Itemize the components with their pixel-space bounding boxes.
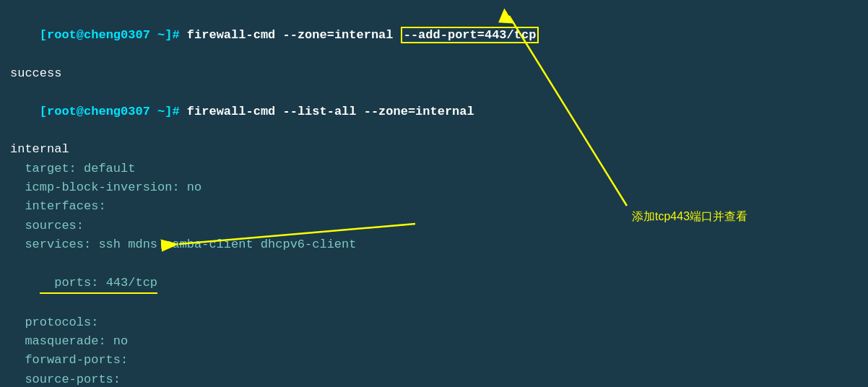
zone-name-line: internal: [10, 140, 858, 159]
command-line-1: [root@cheng0307 ~]# firewall-cmd --zone=…: [10, 7, 858, 64]
prompt-1: [root@cheng0307 ~]#: [40, 28, 187, 42]
output-services: services: ssh mdns samba-client dhcpv6-c…: [10, 235, 858, 254]
success-line: success: [10, 64, 858, 83]
command-line-2: [root@cheng0307 ~]# firewall-cmd --list-…: [10, 83, 858, 140]
prompt-2: [root@cheng0307 ~]#: [40, 105, 187, 118]
output-ports: ports: 443/tcp: [10, 254, 858, 313]
output-forward-ports: forward-ports:: [10, 351, 858, 370]
output-protocols: protocols:: [10, 313, 858, 332]
cmd-2: firewall-cmd --list-all --zone=internal: [187, 105, 474, 118]
output-target: target: default: [10, 160, 858, 178]
cmd-highlight-1: --add-port=443/tcp: [401, 27, 539, 43]
output-source-ports: source-ports:: [10, 370, 858, 387]
output-masquerade: masquerade: no: [10, 332, 858, 351]
terminal-window: [root@cheng0307 ~]# firewall-cmd --zone=…: [0, 0, 868, 387]
output-icmp-block: icmp-block-inversion: no: [10, 178, 858, 197]
annotation-text: 添加tcp443端口并查看: [632, 209, 747, 225]
ports-text: ports: 443/tcp: [40, 274, 157, 294]
cmd-normal-1: firewall-cmd --zone=internal: [187, 28, 401, 42]
